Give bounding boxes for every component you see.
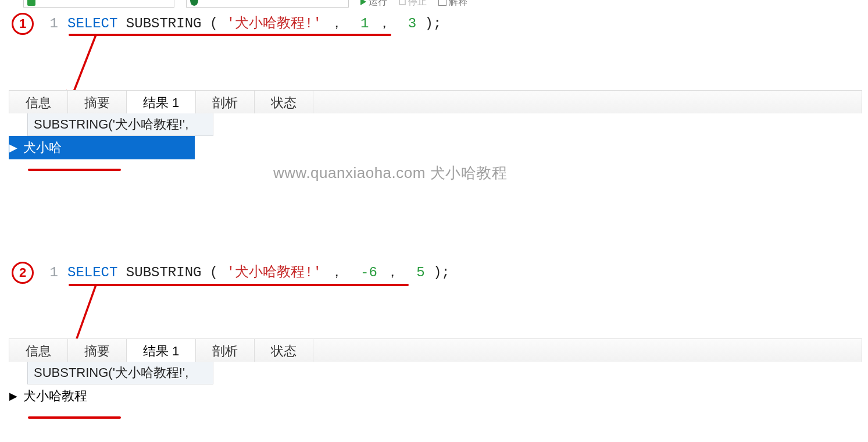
line-number: 1 <box>45 15 58 33</box>
sql-function: SUBSTRING <box>126 16 202 31</box>
stop-icon <box>399 0 406 5</box>
line-number: 1 <box>45 264 58 281</box>
tab-info[interactable]: 信息 <box>9 339 68 362</box>
tab-profile[interactable]: 剖析 <box>196 91 255 113</box>
code-line[interactable]: 1 SELECT SUBSTRING ( '犬小哈教程!' ， 1 ， 3 ); <box>45 15 862 33</box>
run-label: 运行 <box>369 0 387 8</box>
stop-button[interactable]: 停止 <box>399 0 427 8</box>
row-marker-icon: ▶ <box>9 390 20 402</box>
tab-result[interactable]: 结果 1 <box>127 91 196 113</box>
result-row[interactable]: ▶ 犬小哈教程 <box>9 384 195 408</box>
connection-dropdown[interactable] <box>23 0 174 8</box>
sql-keyword: SELECT <box>67 265 117 280</box>
result-cell[interactable]: 犬小哈 <box>20 137 194 159</box>
sql-number: 3 <box>408 16 416 31</box>
database-dropdown[interactable] <box>186 0 349 8</box>
database-icon <box>190 0 198 6</box>
run-button[interactable]: 运行 <box>360 0 387 8</box>
result-tabs-2: 信息 摘要 结果 1 剖析 状态 <box>9 338 862 362</box>
row-marker-icon: ▶ <box>9 141 20 154</box>
annotation-underline <box>28 169 121 171</box>
code-editor-1[interactable]: 1 SELECT SUBSTRING ( '犬小哈教程!' ， 1 ， 3 ); <box>45 15 862 33</box>
sql-number: 1 <box>360 16 369 31</box>
stop-label: 停止 <box>408 0 427 8</box>
result-column-header[interactable]: SUBSTRING('犬小哈教程!', <box>27 113 213 136</box>
sql-function: SUBSTRING <box>126 265 202 280</box>
tab-profile[interactable]: 剖析 <box>196 339 255 362</box>
tab-status[interactable]: 状态 <box>255 339 313 362</box>
watermark-text: www.quanxiaoha.com 犬小哈教程 <box>273 163 507 183</box>
result-grid-1[interactable]: SUBSTRING('犬小哈教程!', ▶ 犬小哈 <box>9 113 862 159</box>
tab-status[interactable]: 状态 <box>255 91 313 113</box>
sql-number: 5 <box>416 265 424 280</box>
tab-info[interactable]: 信息 <box>9 91 68 113</box>
explain-button[interactable]: 解释 <box>438 0 467 8</box>
explain-label: 解释 <box>449 0 467 8</box>
code-line[interactable]: 1 SELECT SUBSTRING ( '犬小哈教程!' ， -6 ， 5 )… <box>45 264 862 281</box>
annotation-badge-1: 1 <box>12 13 34 35</box>
sql-string: '犬小哈教程!' <box>227 265 322 280</box>
sql-keyword: SELECT <box>67 16 117 31</box>
toolbar: 运行 停止 解释 <box>23 0 868 7</box>
sql-string: '犬小哈教程!' <box>227 16 322 31</box>
annotation-badge-2: 2 <box>12 262 34 284</box>
svg-line-0 <box>71 35 96 99</box>
sql-number: -6 <box>360 265 377 280</box>
explain-icon <box>438 0 446 6</box>
annotation-underline <box>69 284 409 286</box>
result-column-header[interactable]: SUBSTRING('犬小哈教程!', <box>27 362 213 384</box>
tab-summary[interactable]: 摘要 <box>68 339 127 362</box>
connection-icon <box>27 0 35 6</box>
annotation-underline <box>28 416 121 419</box>
play-icon <box>360 0 366 5</box>
tab-result[interactable]: 结果 1 <box>127 339 196 362</box>
tab-summary[interactable]: 摘要 <box>68 91 127 113</box>
result-row[interactable]: ▶ 犬小哈 <box>9 136 195 159</box>
code-editor-2[interactable]: 1 SELECT SUBSTRING ( '犬小哈教程!' ， -6 ， 5 )… <box>45 264 862 281</box>
result-cell[interactable]: 犬小哈教程 <box>20 385 194 407</box>
annotation-underline <box>69 34 391 36</box>
result-tabs-1: 信息 摘要 结果 1 剖析 状态 <box>9 90 862 113</box>
result-grid-2[interactable]: SUBSTRING('犬小哈教程!', ▶ 犬小哈教程 <box>9 362 862 408</box>
